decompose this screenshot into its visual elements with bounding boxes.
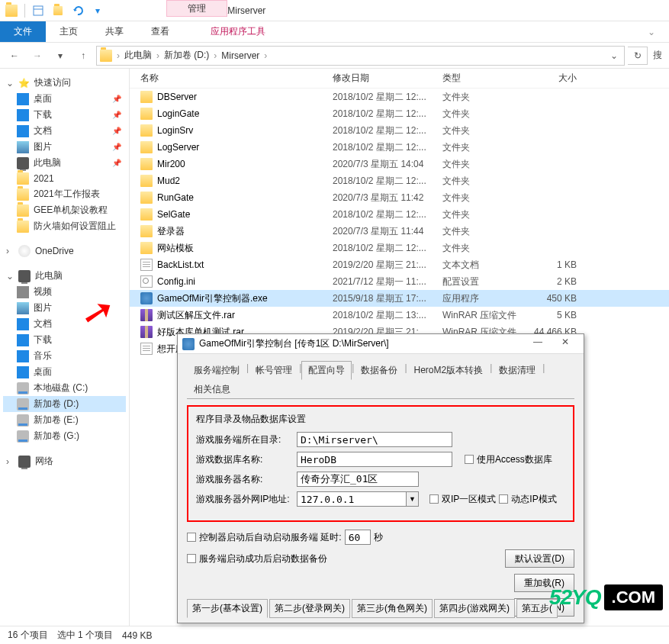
dialog-tab[interactable]: 配置向导 [301,361,352,380]
ribbon-tab-home[interactable]: 主页 [46,21,92,42]
file-row[interactable]: Mir2002020/7/3 星期五 14:04文件夹 [130,156,669,172]
sidebar-item[interactable]: 防火墙如何设置阻止 [3,218,126,234]
default-button[interactable]: 默认设置(D) [505,549,574,568]
file-row[interactable]: LoginSrv2018/10/2 星期二 12:...文件夹 [130,122,669,139]
sidebar-item[interactable]: 文档📌 [3,123,126,139]
db-input[interactable] [297,452,452,467]
file-row[interactable]: BackList.txt2019/2/20 星期三 21:...文本文档1 KB [130,256,669,273]
sidebar-item[interactable]: 本地磁盘 (C:) [3,380,126,396]
search-input[interactable]: 搜 [651,46,664,66]
sidebar-item[interactable]: 下载📌 [3,107,126,123]
ip-combo[interactable]: ▼ [297,491,419,507]
ribbon-tab-file[interactable]: 文件 [0,21,46,42]
dialog-titlebar[interactable]: GameOfMir引擎控制台 [传奇1区 D:\MirServer\] — ✕ [178,334,584,354]
nav-recent-icon[interactable]: ▾ [50,46,70,66]
manage-context-tab[interactable]: 管理 [166,0,227,17]
addr-dropdown-icon[interactable]: ⌄ [607,50,621,61]
dynamic-ip-checkbox[interactable]: 动态IP模式 [499,493,556,506]
sidebar-item[interactable]: 图片 [3,300,126,316]
ribbon-tab-apptools[interactable]: 应用程序工具 [197,21,279,42]
dialog-tab[interactable]: 服务端控制 [187,361,246,380]
nav-up-icon[interactable]: ↑ [73,46,93,66]
autostart-checkbox[interactable]: 控制器启动后自动启动服务端 延时: [187,531,342,544]
delay-input[interactable] [345,530,371,545]
properties-icon[interactable] [30,2,47,19]
sidebar-item[interactable]: 文档 [3,316,126,332]
file-row[interactable]: 网站模板2018/10/2 星期二 12:...文件夹 [130,240,669,256]
col-date[interactable]: 修改日期 [333,72,442,85]
sidebar-item[interactable]: 桌面📌 [3,91,126,107]
qat-dropdown-icon[interactable]: ▾ [89,2,106,19]
sidebar-item[interactable]: 图片📌 [3,139,126,155]
folder-icon [140,242,153,254]
wizard-step[interactable]: 第五步( [516,599,558,618]
new-folder-icon[interactable] [50,2,66,19]
sidebar-item[interactable]: 2021年工作报表 [3,186,126,202]
dual-ip-checkbox[interactable]: 双IP一区模式 [429,493,496,506]
ip-input[interactable] [297,491,407,507]
close-button[interactable]: ✕ [552,336,579,352]
sidebar-item[interactable]: 新加卷 (D:) [3,396,126,412]
sidebar-item[interactable]: 下载 [3,332,126,348]
minimize-button[interactable]: — [524,336,552,352]
wizard-steps: 第一步(基本设置)第二步(登录网关)第三步(角色网关)第四步(游戏网关)第五步( [187,599,574,618]
sidebar-item[interactable]: 2021 [3,171,126,186]
crumb-folder[interactable]: Mirserver [218,50,262,61]
crumb-drive[interactable]: 新加卷 (D:) [161,49,212,62]
chevron-down-icon[interactable]: ▼ [407,491,419,507]
sidebar-item[interactable]: 音乐 [3,348,126,364]
col-type[interactable]: 类型 [442,72,531,85]
srv-input[interactable] [297,472,419,487]
file-row[interactable]: 测试区解压文件.rar2018/10/2 星期二 13:...WinRAR 压缩… [130,307,669,324]
engine-control-dialog: GameOfMir引擎控制台 [传奇1区 D:\MirServer\] — ✕ … [177,333,584,623]
txt-icon [140,259,153,271]
wizard-step[interactable]: 第二步(登录网关) [269,599,350,618]
reload-button[interactable]: 重加载(R) [514,574,574,592]
sidebar-item[interactable]: 新加卷 (G:) [3,428,126,444]
refresh-icon[interactable]: ↻ [628,47,648,65]
file-row[interactable]: GameOfMir引擎控制器.exe2015/9/18 星期五 17:...应用… [130,290,669,307]
wizard-step[interactable]: 第一步(基本设置) [187,599,268,618]
sidebar-item[interactable]: 视频 [3,284,126,300]
wizard-step[interactable]: 第三步(角色网关) [352,599,433,618]
undo-icon[interactable] [69,2,86,19]
file-row[interactable]: 登录器2020/7/3 星期五 11:44文件夹 [130,223,669,240]
sidebar-quick-access[interactable]: ⌄⭐ 快速访问 [3,75,126,91]
dialog-tab[interactable]: HeroM2版本转换 [407,361,490,380]
nav-back-icon[interactable]: ← [5,46,24,66]
access-db-checkbox[interactable]: 使用Access数据库 [465,453,552,466]
dialog-tab[interactable]: 相关信息 [187,380,237,399]
file-row[interactable]: Config.ini2021/7/12 星期一 11:...配置设置2 KB [130,273,669,290]
file-row[interactable]: SelGate2018/10/2 星期二 12:...文件夹 [130,206,669,223]
ribbon-tab-share[interactable]: 共享 [92,21,137,42]
wizard-step[interactable]: 第四步(游戏网关) [434,599,515,618]
file-row[interactable]: LoginGate2018/10/2 星期二 12:...文件夹 [130,105,669,122]
sidebar-network[interactable]: › 网络 [3,453,126,469]
file-row[interactable]: LogServer2018/10/2 星期二 12:...文件夹 [130,139,669,156]
nav-sidebar: ⌄⭐ 快速访问 桌面📌下载📌文档📌图片📌此电脑📌20212021年工作报表GEE… [0,69,130,626]
crumb-pc[interactable]: 此电脑 [121,49,155,62]
dialog-tab[interactable]: 数据备份 [354,361,404,380]
col-size[interactable]: 大小 [531,72,584,85]
file-row[interactable]: DBServer2018/10/2 星期二 12:...文件夹 [130,89,669,105]
column-headers[interactable]: 名称 修改日期 类型 大小 [130,69,669,89]
dir-input[interactable] [297,432,452,447]
breadcrumb-bar[interactable]: › 此电脑 › 新加卷 (D:) › Mirserver › ⌄ [96,46,625,66]
sidebar-item[interactable]: GEE单机架设教程 [3,202,126,218]
sidebar-onedrive[interactable]: › OneDrive [3,243,126,259]
sidebar-item[interactable]: 新加卷 (E:) [3,412,126,428]
file-row[interactable]: Mud22018/10/2 星期二 12:...文件夹 [130,172,669,189]
col-name[interactable]: 名称 [140,72,333,85]
autobackup-checkbox[interactable]: 服务端启动成功后启动数据备份 [187,552,327,565]
file-row[interactable]: RunGate2020/7/3 星期五 11:42文件夹 [130,189,669,206]
ribbon-tab-view[interactable]: 查看 [137,21,183,42]
dialog-tab[interactable]: 数据清理 [492,361,542,380]
folder-icon [3,2,20,19]
sidebar-this-pc[interactable]: ⌄ 此电脑 [3,268,126,284]
blue-icon [17,125,29,137]
blue-icon [17,109,29,121]
sidebar-item[interactable]: 桌面 [3,364,126,380]
dialog-tab[interactable]: 帐号管理 [249,361,299,380]
ribbon-expand-icon[interactable]: ⌄ [634,21,669,42]
sidebar-item[interactable]: 此电脑📌 [3,155,126,171]
